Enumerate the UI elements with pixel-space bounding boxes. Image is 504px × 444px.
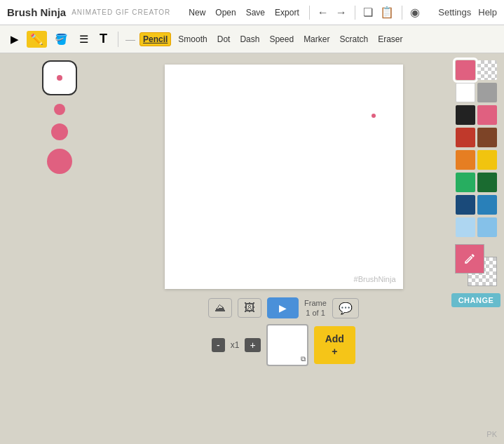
brown-swatch[interactable] [477,128,497,147]
eye-button[interactable]: ◉ [407,4,423,20]
pointer-tool[interactable]: ▶ [7,31,22,48]
separator-2 [355,6,355,20]
canvas-dot [372,114,376,118]
bottom-controls: ⛰ 🖼 ▶ Frame 1 of 1 💬 - x1 + ⧉ Add + [208,297,359,366]
color-row-5 [456,173,497,192]
green-swatch[interactable] [456,173,475,192]
current-color-display [455,244,484,274]
active-color-row [456,60,497,80]
color-row-7 [456,217,497,237]
white-swatch[interactable] [456,83,475,102]
brush-size-4[interactable] [47,149,72,174]
redo-button[interactable]: → [332,5,350,20]
red-swatch[interactable] [456,128,475,147]
new-button[interactable]: New [184,6,210,19]
pencil-tool[interactable]: ✏️ [27,31,47,48]
brush-dot-small [57,75,62,81]
frame-current: 1 of 1 [304,308,327,318]
paste-button[interactable]: 📋 [376,4,397,20]
add-frame-button[interactable]: Add + [314,326,355,364]
playback-bar: ⛰ 🖼 ▶ Frame 1 of 1 💬 [208,297,359,318]
pencil-icon [463,253,476,265]
canvas[interactable]: #BrushNinja [165,65,403,289]
frame-thumbnail[interactable]: ⧉ [266,324,308,366]
separator-1 [309,6,310,20]
active-color-swatch[interactable] [456,60,475,80]
main-area: #BrushNinja ⛰ 🖼 ▶ Frame 1 of 1 💬 - x1 + … [0,53,504,444]
app-subtitle: ANIMATED GIF CREATOR [71,8,170,16]
navy-swatch[interactable] [456,195,475,215]
app-logo: Brush Ninja [7,6,66,18]
brush-marker[interactable]: Marker [301,33,332,46]
open-button[interactable]: Open [211,6,240,19]
top-right-area: Settings Help [438,7,497,18]
pink-swatch[interactable] [477,105,497,125]
brush-dash: — [125,34,135,45]
black-swatch[interactable] [456,105,475,125]
change-color-button[interactable]: CHANGE [451,293,501,307]
play-button[interactable]: ▶ [267,297,299,318]
tool-separator [118,32,118,47]
pk-watermark: PK [486,430,497,438]
add-plus-icon: + [332,346,337,357]
brush-scratch[interactable]: Scratch [336,33,371,46]
brush-dash[interactable]: Dash [237,33,262,46]
brush-size-selected[interactable] [42,60,77,95]
light-blue2-swatch[interactable] [477,217,497,237]
save-button[interactable]: Save [242,6,269,19]
frames-strip: - x1 + ⧉ Add + [212,324,355,366]
color-row-3 [456,128,497,147]
canvas-area: #BrushNinja ⛰ 🖼 ▶ Frame 1 of 1 💬 - x1 + … [119,53,448,444]
blue-swatch[interactable] [477,195,497,215]
brush-speed[interactable]: Speed [266,33,297,46]
toolbar: ▶ ✏️ 🪣 ☰ T — Pencil Smooth Dot Dash Spee… [0,25,504,53]
zoom-minus-button[interactable]: - [212,338,225,352]
text-tool[interactable]: T [96,29,111,48]
brush-eraser[interactable]: Eraser [375,33,405,46]
help-button[interactable]: Help [478,7,497,18]
brush-smooth[interactable]: Smooth [175,33,210,46]
frame-info: Frame 1 of 1 [304,298,327,318]
gray-swatch[interactable] [477,83,497,102]
duplicate-icon: ⧉ [301,355,306,363]
copy-button[interactable]: ❏ [360,4,376,20]
brush-size-3[interactable] [51,123,68,140]
frame-label: Frame [304,298,327,308]
topbar: Brush Ninja ANIMATED GIF CREATOR New Ope… [0,0,504,25]
frames-button[interactable]: 🖼 [238,298,261,318]
export-button[interactable]: Export [271,6,304,19]
color-row-4 [456,150,497,170]
brush-size-2[interactable] [54,104,65,115]
transparent-swatch[interactable] [477,60,497,80]
current-color-container [455,244,497,286]
separator-3 [402,6,402,20]
zoom-plus-button[interactable]: + [245,338,260,352]
preview-button[interactable]: ⛰ [208,298,232,318]
fill-tool[interactable]: 🪣 [51,31,71,48]
brush-pencil[interactable]: Pencil [139,32,171,46]
zoom-label: x1 [231,340,240,350]
yellow-swatch[interactable] [477,150,497,170]
comment-button[interactable]: 💬 [332,298,359,318]
canvas-watermark: #BrushNinja [354,275,396,283]
color-row-1 [456,83,497,102]
brush-dot[interactable]: Dot [214,33,233,46]
dark-green-swatch[interactable] [477,173,497,192]
right-panel: CHANGE [448,53,504,444]
add-label: Add [325,333,344,344]
color-row-6 [456,195,497,215]
lines-tool[interactable]: ☰ [76,31,92,48]
orange-swatch[interactable] [456,150,475,170]
left-panel [0,53,119,444]
light-blue-swatch[interactable] [456,217,475,237]
settings-button[interactable]: Settings [438,7,471,18]
undo-button[interactable]: ← [314,5,332,20]
color-row-2 [456,105,497,125]
